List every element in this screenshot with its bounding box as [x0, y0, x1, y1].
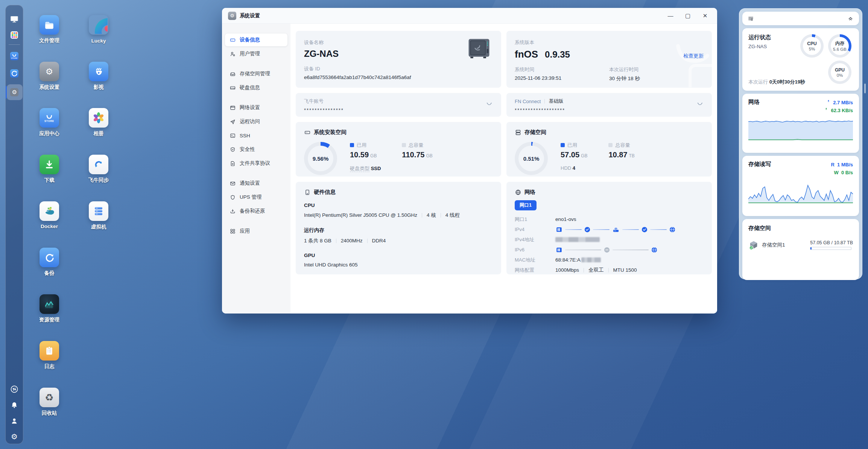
desktop-icon-video[interactable]: 影视 — [76, 62, 122, 91]
fn-connect-card: FN Connect 基础版 ******************* — [506, 93, 712, 117]
device-name-card: 设备名称 ZG-NAS 设备 ID e6a8fd7553664fa2ab1d77… — [296, 31, 501, 88]
desktop-icon-recycle-bin[interactable]: ♻回收站 — [26, 388, 72, 417]
port-tab[interactable]: 网口1 — [515, 200, 537, 210]
storage-stack-icon — [515, 129, 521, 136]
hard-disk-icon — [230, 85, 236, 91]
sidebar-item-backup-restore[interactable]: 备份和还原 — [225, 205, 287, 218]
device-id: e6a8fd7553664fa2ab1d77b40c742a8146f5a6af — [304, 75, 493, 80]
window-titlebar[interactable]: ⚙ 系统设置 — ▢ ✕ — [222, 8, 717, 24]
sidebar-item-security[interactable]: 安全性 — [225, 143, 287, 156]
desktop-icon-logs[interactable]: 日志 — [26, 341, 72, 370]
app-dock: STORE ⚙ ⚙ — [5, 5, 23, 444]
scrollbar-handle[interactable] — [864, 84, 866, 93]
system-space-card: 系统安装空间 9.56% 已用 10.59GB 硬盘类型 SSD 总容量 110… — [296, 122, 501, 177]
used-label: 已用 — [567, 142, 577, 148]
dock-settings-button[interactable]: ⚙ — [8, 430, 21, 443]
read-label: R — [831, 162, 834, 167]
terminal-icon — [230, 132, 236, 139]
sidebar-item-notifications[interactable]: 通知设置 — [225, 177, 287, 190]
monitor-panel-header — [742, 12, 859, 25]
app-launcher-button[interactable] — [8, 29, 21, 41]
dock-notifications-button[interactable] — [8, 399, 21, 412]
desktop-icon-backup[interactable]: 备份 — [26, 248, 72, 277]
disk-io-card: 存储读写 R 1 MB/s W 0 B/s — [742, 156, 859, 216]
ram-label: 运行内存 — [304, 227, 493, 234]
total-legend-swatch — [402, 143, 406, 147]
read-rate: 1 MB/s — [837, 162, 853, 167]
dock-user-button[interactable] — [8, 415, 21, 428]
sidebar-item-device-info[interactable]: 设备信息 — [225, 33, 287, 46]
expand-horn-icon[interactable] — [485, 102, 494, 108]
maximize-button[interactable]: ▢ — [682, 11, 694, 21]
network-config-label: 网络配置 — [515, 267, 555, 274]
sidebar-item-ups[interactable]: UPS 管理 — [225, 191, 287, 204]
paper-plane-icon — [230, 119, 236, 125]
total-value: 110.75 — [402, 151, 424, 159]
sidebar-item-apps[interactable]: 应用 — [225, 225, 287, 237]
sync-icon — [9, 68, 20, 79]
collapse-panel-icon[interactable] — [847, 15, 854, 22]
sidebar-item-file-sharing[interactable]: 文件共享协议 — [225, 157, 287, 170]
desktop-icon-resource-monitor[interactable]: 资源管理 — [26, 294, 72, 323]
minimize-button[interactable]: — — [664, 11, 676, 21]
storage-progress-bar — [810, 247, 851, 250]
desktop-icon-download[interactable]: 下载 — [26, 155, 72, 184]
total-label: 总容量 — [615, 142, 630, 148]
disk-type-value: SSD — [371, 166, 381, 171]
system-space-donut: 9.56% — [304, 142, 337, 175]
envelope-icon — [230, 180, 236, 187]
settings-gear-icon: ⚙ — [9, 87, 20, 97]
sidebar-item-storage-management[interactable]: 存储空间管理 — [225, 67, 287, 80]
network-title: 网络 — [524, 189, 535, 196]
sidebar-item-user-management[interactable]: 用户管理 — [225, 47, 287, 60]
fn-connect-badge: 基础版 — [549, 98, 563, 105]
dock-system-settings[interactable]: ⚙ — [8, 86, 21, 99]
bell-icon — [10, 401, 19, 410]
dock-backup[interactable] — [8, 67, 21, 80]
file-manager-icon — [40, 15, 59, 35]
fn-connect-masked: ******************* — [515, 107, 704, 113]
sidebar-item-remote-access[interactable]: 远程访问 — [225, 115, 287, 128]
apps-grid-icon — [230, 228, 236, 234]
sidebar-item-ssh[interactable]: SSH — [225, 129, 287, 142]
hardware-info-card: 硬件信息 CPU Intel(R) Pentium(R) Silver J500… — [296, 182, 501, 274]
drive-icon — [304, 129, 311, 136]
store-icon: STORE — [40, 108, 59, 128]
uptime-label: 本次运行 — [748, 79, 768, 85]
settings-content: 设备名称 ZG-NAS 设备 ID e6a8fd7553664fa2ab1d77… — [290, 24, 717, 314]
users-icon — [230, 51, 236, 57]
desktop-icon-fn-sync[interactable]: 飞牛同步 — [76, 155, 122, 184]
ipv4-address-label: IPv4地址 — [515, 236, 555, 243]
memory-ring: 内存5.6 GB — [828, 34, 851, 58]
storage-space-title: 存储空间 — [524, 129, 546, 136]
desktop-icon-docker[interactable]: Docker — [26, 201, 72, 229]
network-window-icon — [230, 105, 236, 111]
cpu-cores: 4 核 — [427, 212, 436, 218]
dock-transfer-button[interactable] — [8, 383, 21, 396]
sidebar-item-network-settings[interactable]: 网络设置 — [225, 101, 287, 114]
download-icon — [40, 155, 59, 174]
mac-label: MAC地址 — [515, 257, 555, 263]
desktop-icon-photos[interactable]: 相册 — [76, 108, 122, 137]
expand-horn-icon[interactable] — [696, 102, 704, 108]
internet-globe-icon — [669, 226, 676, 233]
desktop-icon-system-settings[interactable]: ⚙系统设置 — [26, 62, 72, 91]
desktop-icon-file-manager[interactable]: 文件管理 — [26, 15, 72, 44]
store-icon: STORE — [9, 51, 20, 61]
dock-app-center[interactable]: STORE — [8, 50, 21, 62]
dash-circle-icon — [603, 247, 610, 253]
dock-separator — [9, 44, 20, 45]
show-desktop-button[interactable] — [8, 13, 21, 26]
desktop-icon-lucky[interactable]: Lucky — [76, 15, 122, 44]
storage-pool-name[interactable]: 存储空间1 — [762, 242, 785, 248]
desktop-icon-app-center[interactable]: STORE应用中心 — [26, 108, 72, 137]
check-update-link[interactable]: 检查更新 — [683, 53, 704, 59]
sidebar-item-disk-info[interactable]: 硬盘信息 — [225, 81, 287, 94]
device-name-label: 设备名称 — [304, 39, 493, 46]
upload-rate: 2.7 MB/s — [833, 100, 853, 105]
widget-settings-icon[interactable] — [748, 15, 754, 22]
mtu-value: MTU 1500 — [613, 267, 637, 273]
close-button[interactable]: ✕ — [699, 11, 711, 21]
os-name: fnOS — [515, 49, 538, 60]
desktop-icon-vm[interactable]: 虚拟机 — [76, 201, 122, 230]
